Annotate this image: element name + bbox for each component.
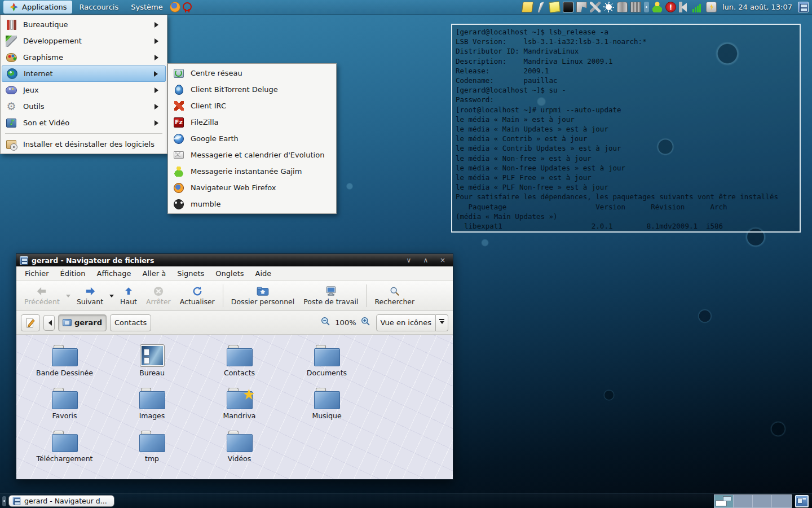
submenu-item-filezilla[interactable]: FileZilla bbox=[169, 114, 335, 130]
up-button[interactable]: Haut bbox=[116, 282, 142, 309]
back-history-dropdown[interactable] bbox=[64, 282, 72, 309]
submenu-item-client-irc[interactable]: Client IRC bbox=[169, 98, 335, 114]
home-folder-button[interactable]: Dossier personnel bbox=[227, 282, 299, 309]
filezilla-icon bbox=[173, 116, 185, 129]
refresh-button[interactable]: Actualiser bbox=[175, 282, 219, 309]
submenu-item-evolution[interactable]: Messagerie et calendrier d'Evolution bbox=[169, 147, 335, 163]
submenu-item-mumble[interactable]: mumble bbox=[169, 196, 335, 212]
network-signal-icon[interactable] bbox=[692, 2, 703, 12]
power-manager-icon[interactable] bbox=[706, 2, 717, 12]
deluge-drop-icon bbox=[173, 84, 185, 96]
zoom-in-button[interactable] bbox=[361, 317, 370, 329]
minimize-button[interactable]: ∨ bbox=[402, 256, 416, 264]
file-area[interactable]: Bande Dessinée Bureau Contacts Documents… bbox=[16, 335, 453, 479]
menu-item-jeux[interactable]: Jeux bbox=[2, 82, 166, 98]
volume-icon[interactable] bbox=[679, 2, 690, 12]
quill-icon[interactable] bbox=[536, 2, 546, 12]
menu-onglets[interactable]: Onglets bbox=[210, 268, 249, 279]
notes-icon[interactable] bbox=[549, 1, 561, 13]
menu-item-bureautique[interactable]: Bureautique bbox=[2, 16, 166, 33]
system-tray bbox=[522, 2, 717, 12]
search-button[interactable]: Rechercher bbox=[370, 282, 419, 309]
software-install-icon bbox=[5, 138, 17, 151]
folder-musique[interactable]: Musique bbox=[283, 387, 370, 430]
folder-telechargement[interactable]: Téléchargement bbox=[21, 430, 108, 472]
workspace-3[interactable] bbox=[753, 495, 772, 507]
submenu-item-gajim[interactable]: Messagerie instantanée Gajim bbox=[169, 163, 335, 179]
network-center-icon bbox=[173, 67, 185, 80]
edit-location-button[interactable] bbox=[21, 314, 40, 331]
stop-button[interactable]: Arrêter bbox=[142, 282, 175, 309]
firefox-launcher-icon[interactable] bbox=[170, 2, 180, 12]
menu-item-developpement[interactable]: Développement bbox=[2, 33, 166, 49]
submenu-item-deluge[interactable]: Client BitTorrent Deluge bbox=[169, 81, 335, 98]
taskbar-button-file-manager[interactable]: gerard - Navigateur d... bbox=[8, 495, 114, 507]
tools-icon[interactable] bbox=[590, 2, 601, 12]
terminal-window[interactable]: [gerard@localhost ~]$ lsb_release -a LSB… bbox=[451, 24, 801, 233]
menu-item-son-et-video[interactable]: Son et Vidéo bbox=[2, 115, 166, 131]
forward-button[interactable]: Suivant bbox=[72, 282, 108, 309]
menu-signets[interactable]: Signets bbox=[172, 268, 209, 279]
submenu-item-firefox[interactable]: Navigateur Web Firefox bbox=[169, 179, 335, 196]
games-gamepad-icon bbox=[5, 84, 17, 97]
tray-handle[interactable] bbox=[644, 2, 649, 12]
forward-history-dropdown[interactable] bbox=[108, 282, 116, 309]
close-button[interactable]: × bbox=[436, 256, 449, 264]
path-button-gerard[interactable]: gerard bbox=[58, 314, 107, 331]
menu-affichage[interactable]: Affichage bbox=[91, 268, 136, 279]
raccourcis-menu-button[interactable]: Raccourcis bbox=[73, 1, 124, 13]
submenu-arrow-icon bbox=[154, 71, 161, 77]
systeme-menu-button[interactable]: Système bbox=[125, 1, 168, 13]
submenu-item-google-earth[interactable]: Google Earth bbox=[169, 130, 335, 147]
shredder-icon[interactable] bbox=[617, 2, 628, 12]
panel-handle[interactable] bbox=[2, 496, 6, 506]
red-lamp-icon[interactable] bbox=[182, 2, 191, 13]
folder-images[interactable]: Images bbox=[108, 387, 196, 430]
folder-mandriva[interactable]: Mandriva bbox=[196, 387, 283, 430]
computer-button[interactable]: Poste de travail bbox=[299, 282, 363, 309]
desktop-wallpaper[interactable]: Applications Raccourcis Système bbox=[0, 0, 812, 508]
folder-bande-dessinee[interactable]: Bande Dessinée bbox=[21, 344, 108, 387]
folder-bureau[interactable]: Bureau bbox=[108, 344, 196, 387]
menu-aller-a[interactable]: Aller à bbox=[138, 268, 171, 279]
zoom-out-button[interactable] bbox=[321, 317, 330, 329]
path-button-contacts[interactable]: Contacts bbox=[110, 314, 151, 331]
toolbar-separator bbox=[366, 284, 367, 307]
submenu-item-centre-reseau[interactable]: Centre réseau bbox=[169, 65, 335, 81]
menu-item-graphisme[interactable]: Graphisme bbox=[2, 49, 166, 65]
view-mode-dropdown[interactable] bbox=[436, 314, 448, 331]
applications-menu-button[interactable]: Applications bbox=[3, 1, 72, 14]
folder-documents[interactable]: Documents bbox=[283, 344, 370, 387]
menu-aide[interactable]: Aide bbox=[250, 268, 277, 279]
folder-favoris[interactable]: Favoris bbox=[21, 387, 108, 430]
folder-tmp[interactable]: tmp bbox=[108, 430, 196, 472]
titlebar[interactable]: gerard - Navigateur de fichiers ∨ ∧ × bbox=[16, 254, 453, 266]
keyboard-grid-icon[interactable] bbox=[630, 2, 641, 12]
terminal-tray-icon[interactable] bbox=[563, 2, 573, 12]
workspace-4[interactable] bbox=[772, 495, 791, 507]
maximize-button[interactable]: ∧ bbox=[419, 256, 433, 264]
menu-item-installer-logiciels[interactable]: Installer et désinstaller des logiciels bbox=[2, 136, 166, 152]
menu-item-internet[interactable]: Internet bbox=[2, 65, 166, 82]
view-mode-button[interactable]: Vue en icônes bbox=[376, 314, 436, 331]
panel-clock[interactable]: lun. 24 août, 13:07 bbox=[718, 3, 797, 11]
folder-contacts[interactable]: Contacts bbox=[196, 344, 283, 387]
brightness-icon[interactable] bbox=[603, 2, 614, 12]
clipboard-icon[interactable] bbox=[576, 2, 587, 12]
menu-item-outils[interactable]: ⚙ Outils bbox=[2, 98, 166, 115]
menu-edition[interactable]: Édition bbox=[55, 268, 91, 279]
toolbar: Précédent Suivant Haut Arrêter Actualise… bbox=[16, 281, 453, 311]
zoom-level: 100% bbox=[334, 318, 357, 327]
updates-alert-icon[interactable] bbox=[665, 2, 676, 12]
menu-fichier[interactable]: Fichier bbox=[20, 268, 54, 279]
chevron-down-icon bbox=[440, 321, 444, 326]
easytag-icon[interactable] bbox=[522, 2, 534, 12]
presence-icon[interactable] bbox=[652, 2, 663, 12]
back-button[interactable]: Précédent bbox=[20, 282, 64, 309]
show-desktop-icon[interactable] bbox=[795, 495, 809, 507]
scroll-path-left-button[interactable] bbox=[43, 315, 55, 331]
folder-videos[interactable]: Vidéos bbox=[196, 430, 283, 472]
workspace-1[interactable] bbox=[714, 495, 734, 507]
workspace-2[interactable] bbox=[734, 495, 753, 507]
file-cabinet-tray-icon[interactable] bbox=[798, 2, 809, 12]
